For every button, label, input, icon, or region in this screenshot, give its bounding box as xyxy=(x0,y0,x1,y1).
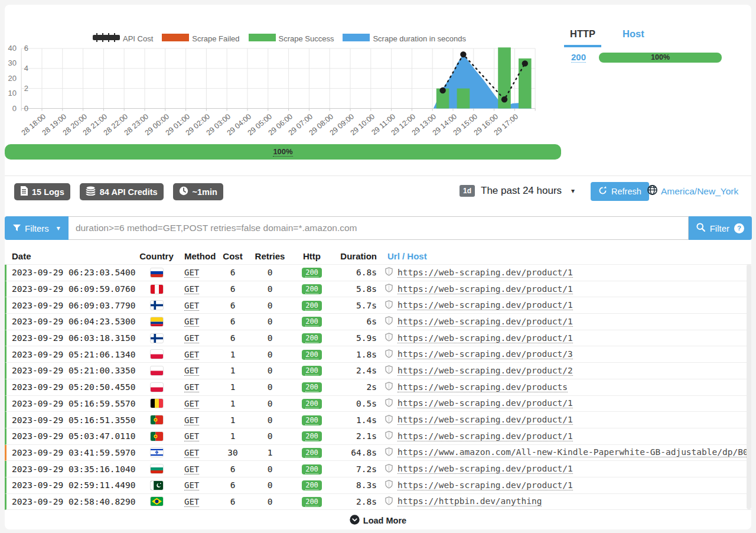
table-row[interactable]: 2023-09-29 06:04:23.5300GET602006shttps:… xyxy=(5,314,751,330)
coins-icon xyxy=(86,186,96,197)
log-cost: 6 xyxy=(216,480,249,490)
log-url-cell: https://web-scraping.dev/product/1 xyxy=(380,415,751,425)
shield-icon xyxy=(385,496,393,507)
shield-icon xyxy=(385,431,393,441)
log-method: GET xyxy=(177,284,216,294)
log-url-link[interactable]: https://www.amazon.com/All-new-Kindle-Pa… xyxy=(397,447,751,457)
log-date: 2023-09-29 06:09:59.0760 xyxy=(12,284,136,294)
tab-host[interactable]: Host xyxy=(617,28,650,47)
apply-filter-button[interactable]: Filter ? xyxy=(689,216,752,240)
filter-query-input[interactable] xyxy=(69,216,689,240)
log-cost: 1 xyxy=(216,350,249,359)
table-row[interactable]: 2023-09-29 02:58:40.8290GET602002.8shttp… xyxy=(5,494,751,511)
shield-icon xyxy=(385,447,393,458)
log-url-link[interactable]: https://web-scraping.dev/product/1 xyxy=(397,268,573,278)
table-row[interactable]: 2023-09-29 03:41:59.5970GET30120064.8sht… xyxy=(5,445,751,462)
log-cost: 6 xyxy=(216,268,249,277)
log-url-link[interactable]: https://web-scraping.dev/product/3 xyxy=(397,349,573,359)
log-url-link[interactable]: https://web-scraping.dev/product/1 xyxy=(397,284,573,294)
log-url-link[interactable]: https://web-scraping.dev/product/1 xyxy=(397,431,573,441)
log-http: 200 xyxy=(291,284,333,294)
log-date: 2023-09-29 06:23:03.5400 xyxy=(12,268,136,277)
log-method: GET xyxy=(177,431,216,441)
log-url-link[interactable]: https://web-scraping.dev/product/1 xyxy=(397,317,573,327)
table-row[interactable]: 2023-09-29 02:59:11.4490GET602008.3shttp… xyxy=(5,477,751,494)
table-scrollbar[interactable] xyxy=(747,264,751,509)
refresh-button[interactable]: Refresh xyxy=(591,182,649,201)
log-url-cell: https://web-scraping.dev/product/1 xyxy=(380,431,751,441)
table-row[interactable]: 2023-09-29 05:16:51.3550GET102001.4shttp… xyxy=(5,412,751,428)
clock-icon xyxy=(179,186,188,197)
log-retries: 0 xyxy=(249,431,291,441)
table-row[interactable]: 2023-09-29 03:35:16.1040GET602007.2shttp… xyxy=(5,461,751,477)
shield-icon xyxy=(385,480,393,490)
log-duration: 8.3s xyxy=(333,480,380,490)
log-url-cell: https://web-scraping.dev/product/2 xyxy=(380,365,751,376)
log-url-link[interactable]: https://httpbin.dev/anything xyxy=(397,496,542,506)
log-method: GET xyxy=(177,382,216,392)
header-url-host: Url / Host xyxy=(380,251,751,261)
shield-icon xyxy=(385,398,393,409)
log-duration: 5.9s xyxy=(333,333,380,343)
log-retries: 0 xyxy=(249,366,291,375)
log-cost: 6 xyxy=(216,301,249,310)
log-http: 200 xyxy=(291,447,333,458)
log-url-link[interactable]: https://web-scraping.dev/product/1 xyxy=(397,333,573,343)
table-row[interactable]: 2023-09-29 05:21:06.1340GET102001.8shttp… xyxy=(5,346,751,363)
log-url-link[interactable]: https://web-scraping.dev/products xyxy=(397,382,568,392)
log-cost: 6 xyxy=(216,333,249,343)
log-method: GET xyxy=(177,480,216,490)
table-row[interactable]: 2023-09-29 06:23:03.5400GET602006.8shttp… xyxy=(5,265,751,281)
table-row[interactable]: 2023-09-29 05:21:00.3350GET102002.4shttp… xyxy=(5,363,751,379)
log-url-link[interactable]: https://web-scraping.dev/product/1 xyxy=(397,480,573,490)
log-cost: 1 xyxy=(216,415,249,425)
log-url-cell: https://web-scraping.dev/product/1 xyxy=(380,284,751,294)
table-row[interactable]: 2023-09-29 05:16:59.5570GET102000.5shttp… xyxy=(5,396,751,412)
header-retries: Retries xyxy=(249,251,291,261)
load-more-row: Load More xyxy=(5,514,751,527)
log-url-link[interactable]: https://web-scraping.dev/product/1 xyxy=(397,464,573,474)
log-http: 200 xyxy=(291,267,333,278)
time-range-dropdown[interactable]: 1d The past 24 hours ▾ xyxy=(460,185,575,197)
log-url-link[interactable]: https://web-scraping.dev/product/1 xyxy=(397,398,573,408)
status-tabs: HTTP Host xyxy=(564,28,741,47)
country-flag-icon xyxy=(136,317,177,326)
log-method: GET xyxy=(177,350,216,359)
table-row[interactable]: 2023-09-29 05:03:47.0110GET102002.1shttp… xyxy=(5,428,751,445)
table-row[interactable]: 2023-09-29 06:03:18.3150GET602005.9shttp… xyxy=(5,330,751,347)
log-method: GET xyxy=(177,497,216,506)
log-url-link[interactable]: https://web-scraping.dev/product/1 xyxy=(397,415,573,425)
load-more-button[interactable]: Load More xyxy=(346,514,410,527)
status-code-link[interactable]: 200 xyxy=(571,52,586,63)
right-axis-tick: 4 xyxy=(19,64,28,73)
log-duration: 64.8s xyxy=(333,448,380,457)
log-cost: 1 xyxy=(216,366,249,375)
log-duration: 2s xyxy=(333,382,380,392)
http-status-badge: 200 xyxy=(302,497,322,507)
api-credits-label: 84 API Credits xyxy=(100,187,158,197)
http-status-badge: 200 xyxy=(302,350,322,360)
table-row[interactable]: 2023-09-29 06:09:59.0760GET602005.8shttp… xyxy=(5,281,751,298)
overall-success-label: 100% xyxy=(273,147,292,157)
log-url-cell: https://web-scraping.dev/product/1 xyxy=(380,300,751,311)
country-flag-icon xyxy=(136,448,177,457)
table-row[interactable]: 2023-09-29 05:20:50.4550GET102002shttps:… xyxy=(5,379,751,396)
help-icon[interactable]: ? xyxy=(734,223,744,233)
table-row[interactable]: 2023-09-29 06:09:03.7790GET602005.7shttp… xyxy=(5,297,751,314)
method-label: GET xyxy=(184,301,199,311)
log-url-link[interactable]: https://web-scraping.dev/product/1 xyxy=(397,300,573,310)
log-method: GET xyxy=(177,366,216,375)
country-flag-icon xyxy=(136,285,177,294)
tab-http[interactable]: HTTP xyxy=(564,28,601,47)
method-label: GET xyxy=(184,317,199,327)
log-url-link[interactable]: https://web-scraping.dev/product/2 xyxy=(397,366,573,376)
country-flag-icon xyxy=(136,497,177,506)
http-status-badge: 200 xyxy=(302,366,322,376)
http-status-badge: 200 xyxy=(302,284,322,294)
log-retries: 0 xyxy=(249,333,291,343)
status-percentage-bar: 100% xyxy=(599,53,722,63)
log-retries: 0 xyxy=(249,317,291,326)
filters-dropdown-button[interactable]: Filters ▾ xyxy=(5,216,69,240)
timezone-link[interactable]: America/New_York xyxy=(661,186,738,197)
log-cost: 1 xyxy=(216,399,249,408)
